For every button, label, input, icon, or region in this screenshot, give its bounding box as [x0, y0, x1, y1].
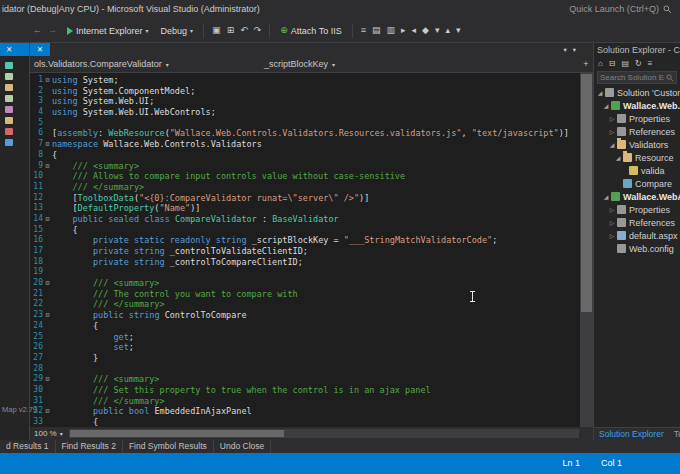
- codemap-method-icon[interactable]: [5, 73, 13, 80]
- code-line[interactable]: 14⊟ public sealed class CompareValidator…: [30, 214, 593, 225]
- tree-item-properties[interactable]: ▷Properties: [594, 203, 680, 216]
- expand-icon[interactable]: ▷: [608, 115, 616, 122]
- code-line[interactable]: 10 /// Allows to compare input controls …: [30, 171, 593, 182]
- fold-marker-icon[interactable]: ⊟: [43, 310, 52, 321]
- codemap-class-icon[interactable]: [5, 62, 13, 69]
- save-all-icon[interactable]: ⊞: [224, 25, 238, 35]
- home-icon[interactable]: ⌂: [597, 57, 604, 70]
- bottom-tab-find-symbol-results[interactable]: Find Symbol Results: [123, 440, 214, 453]
- tree-item-wallace-webap[interactable]: ◢Wallace.WebAp: [594, 190, 680, 203]
- expand-icon[interactable]: ▷: [608, 206, 616, 213]
- code-line[interactable]: 31 /// </summary>: [30, 396, 593, 407]
- tree-item-web-config[interactable]: Web.config: [594, 242, 680, 255]
- close-icon[interactable]: ✕: [6, 45, 12, 54]
- code-line[interactable]: 32⊟ public bool EmbeddedInAjaxPanel: [30, 406, 593, 417]
- code-line[interactable]: 33 {: [30, 417, 593, 427]
- codemap-method-icon[interactable]: [5, 95, 13, 102]
- fold-marker-icon[interactable]: ⊟: [43, 374, 52, 385]
- code-line[interactable]: 19: [30, 267, 593, 278]
- horizontal-scrollbar[interactable]: [69, 429, 579, 438]
- document-well-menu-icon[interactable]: ▾: [572, 43, 577, 56]
- comment-icon[interactable]: ▤: [369, 25, 384, 35]
- code-line[interactable]: 28: [30, 364, 593, 375]
- code-line[interactable]: 15 {: [30, 225, 593, 236]
- code-line[interactable]: 16 private static readonly string _scrip…: [30, 235, 593, 246]
- code-line[interactable]: 1⊟using System;: [30, 75, 593, 86]
- show-all-files-icon[interactable]: ▤: [621, 57, 631, 70]
- code-line[interactable]: 7⊟namespace Wallace.Web.Controls.Validat…: [30, 139, 593, 150]
- refresh-icon[interactable]: ↻: [634, 57, 643, 70]
- tree-item-properties[interactable]: ▷Properties: [594, 112, 680, 125]
- code-line[interactable]: 12 [ToolboxData("<{0}:CompareValidator r…: [30, 193, 593, 204]
- fold-marker-icon[interactable]: ⊟: [43, 139, 52, 150]
- panel-tab-solution-explorer[interactable]: Solution Explorer: [594, 428, 669, 440]
- indent-icon[interactable]: ▸: [398, 25, 409, 35]
- zoom-control[interactable]: 100 % ▾: [30, 429, 67, 438]
- tree-item-validators[interactable]: ◢Validators: [594, 138, 680, 151]
- solution-configuration-dropdown[interactable]: Debug ▾: [156, 21, 199, 41]
- collapse-icon[interactable]: ◢: [608, 141, 616, 148]
- codemap-property-icon[interactable]: [5, 84, 13, 91]
- navigate-forward-icon[interactable]: →: [45, 25, 60, 35]
- code-line[interactable]: 6[assembly: WebResource("Wallace.Web.Con…: [30, 128, 593, 139]
- code-line[interactable]: 24 {: [30, 321, 593, 332]
- codemap-member-icon[interactable]: [5, 139, 13, 146]
- members-dropdown[interactable]: _scriptBlockKey ▾: [260, 56, 378, 73]
- code-line[interactable]: 3using System.Web.UI;: [30, 96, 593, 107]
- code-line[interactable]: 4using System.Web.UI.WebControls;: [30, 107, 593, 118]
- bookmark-icon[interactable]: ◆: [419, 25, 432, 35]
- properties-icon[interactable]: ≡: [647, 57, 654, 70]
- uncomment-icon[interactable]: ▥: [383, 25, 398, 35]
- code-line[interactable]: 29⊟ /// <summary>: [30, 374, 593, 385]
- tree-item-resource[interactable]: ◢Resource: [594, 151, 680, 164]
- fold-marker-icon[interactable]: ⊟: [43, 406, 52, 417]
- code-line[interactable]: 23⊟ public string ControlToCompare: [30, 310, 593, 321]
- code-line[interactable]: 9⊟ /// <summary>: [30, 161, 593, 172]
- panel-tab-team[interactable]: Team: [669, 428, 680, 440]
- code-line[interactable]: 18 private string _controlToCompareClien…: [30, 257, 593, 268]
- redo-icon[interactable]: ↷: [251, 25, 265, 35]
- bottom-tab-find-results-2[interactable]: Find Results 2: [56, 440, 123, 453]
- fold-marker-icon[interactable]: ⊟: [43, 161, 52, 172]
- tree-item-wallace-web-c[interactable]: ◢Wallace.Web.C: [594, 99, 680, 112]
- code-line[interactable]: 26 set;: [30, 342, 593, 353]
- tree-item-references[interactable]: ▷References: [594, 216, 680, 229]
- collapse-icon[interactable]: ◢: [614, 154, 622, 161]
- codemap-event-icon[interactable]: [5, 128, 13, 135]
- codemap-field-icon[interactable]: [5, 106, 13, 113]
- document-tab[interactable]: ✕: [30, 43, 50, 56]
- vertical-scrollbar[interactable]: [580, 73, 593, 427]
- code-editor[interactable]: 1⊟using System;2using System.ComponentMo…: [30, 73, 593, 427]
- solution-search-input[interactable]: Search Solution Explorer: [597, 71, 677, 84]
- collapse-icon[interactable]: ◢: [602, 102, 610, 109]
- code-line[interactable]: 22 /// </summary>: [30, 299, 593, 310]
- code-line[interactable]: 25 get;: [30, 332, 593, 343]
- expand-icon[interactable]: ▷: [608, 128, 616, 135]
- code-line[interactable]: 20⊟ /// <summary>: [30, 278, 593, 289]
- undo-icon[interactable]: ↶: [237, 25, 251, 35]
- tree-item-valida[interactable]: valida: [594, 164, 680, 177]
- code-line[interactable]: 11 /// </summary>: [30, 182, 593, 193]
- expand-icon[interactable]: ▷: [608, 232, 616, 239]
- previous-bookmark-icon[interactable]: ▴: [443, 25, 454, 35]
- next-bookmark-icon[interactable]: ▾: [432, 25, 443, 35]
- fold-marker-icon[interactable]: ⊟: [43, 278, 52, 289]
- start-debugging-button[interactable]: Internet Explorer ▾: [62, 21, 154, 41]
- active-files-dropdown-icon[interactable]: ▾: [562, 43, 567, 56]
- tree-item-solution-customco[interactable]: ◢Solution 'CustomCo: [594, 86, 680, 99]
- code-line[interactable]: 30 /// Set this property to true when th…: [30, 385, 593, 396]
- save-icon[interactable]: ▣: [209, 25, 224, 35]
- collapse-all-icon[interactable]: ⊟: [608, 57, 617, 70]
- code-line[interactable]: 13 [DefaultProperty("Name")]: [30, 203, 593, 214]
- quick-launch[interactable]: Quick Launch (Ctrl+Q): [569, 0, 672, 18]
- bottom-tab-d-results-1[interactable]: d Results 1: [0, 440, 56, 453]
- code-line[interactable]: 21 /// The control you want to compare w…: [30, 289, 593, 300]
- bottom-tab-undo-close[interactable]: Undo Close: [214, 440, 271, 453]
- navigate-backward-icon[interactable]: ←: [30, 25, 45, 35]
- code-line[interactable]: 5: [30, 118, 593, 129]
- fold-marker-icon[interactable]: ⊟: [43, 214, 52, 225]
- collapse-icon[interactable]: ◢: [596, 89, 604, 96]
- attach-to-iis-button[interactable]: ⊕ Attach To IIS: [275, 21, 346, 41]
- expand-icon[interactable]: ▷: [608, 219, 616, 226]
- toolbar-overflow-icon[interactable]: ▾: [453, 25, 464, 35]
